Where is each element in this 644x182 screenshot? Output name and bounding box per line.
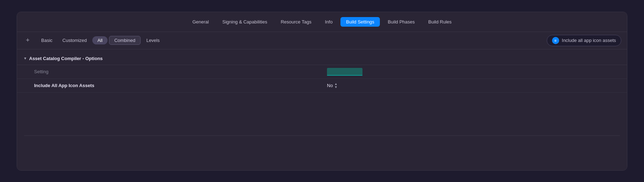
section-header-asset-catalog: ▾ Asset Catalog Compiler - Options <box>17 49 627 65</box>
filter-basic[interactable]: Basic <box>37 36 57 44</box>
tab-resource-tags[interactable]: Resource Tags <box>275 17 317 27</box>
tab-build-settings[interactable]: Build Settings <box>340 17 380 27</box>
search-filter-badge[interactable]: ≡ Include all app icon assets <box>547 35 621 46</box>
table-row-header: Setting <box>17 65 627 79</box>
col-header-name: Setting <box>34 69 327 74</box>
tab-general[interactable]: General <box>187 17 214 27</box>
bottom-divider <box>24 135 620 136</box>
section-title: Asset Catalog Compiler - Options <box>29 56 103 61</box>
tab-build-phases[interactable]: Build Phases <box>382 17 420 27</box>
search-badge-label: Include all app icon assets <box>562 38 616 43</box>
stepper-down-icon[interactable]: ▼ <box>334 86 338 89</box>
col-header-value <box>327 68 620 76</box>
filter-customized[interactable]: Customized <box>58 36 91 44</box>
setting-value-include-icons[interactable]: No ▲ ▼ <box>327 82 620 89</box>
value-stepper[interactable]: ▲ ▼ <box>334 82 338 89</box>
tab-signing[interactable]: Signing & Capabilities <box>217 17 273 27</box>
add-button[interactable]: + <box>23 36 33 46</box>
filter-all[interactable]: All <box>92 36 107 44</box>
table-row-include-icons: Include All App Icon Assets No ▲ ▼ <box>17 79 627 93</box>
filter-icon: ≡ <box>552 37 559 44</box>
tab-build-rules[interactable]: Build Rules <box>422 17 457 27</box>
toolbar: + Basic Customized All Combined Levels ≡… <box>17 32 627 49</box>
xcode-window: General Signing & Capabilities Resource … <box>17 12 627 171</box>
setting-name-include-icons: Include All App Icon Assets <box>34 83 327 88</box>
tab-bar: General Signing & Capabilities Resource … <box>17 12 627 32</box>
filter-levels[interactable]: Levels <box>142 36 164 44</box>
filter-combined[interactable]: Combined <box>109 36 141 45</box>
tab-info[interactable]: Info <box>319 17 338 27</box>
search-input-blurred[interactable] <box>327 68 362 76</box>
settings-table: ▾ Asset Catalog Compiler - Options Setti… <box>17 49 627 136</box>
content-area: ▾ Asset Catalog Compiler - Options Setti… <box>17 49 627 170</box>
empty-space <box>17 93 627 135</box>
section-chevron[interactable]: ▾ <box>24 56 26 61</box>
stepper-arrows[interactable]: ▲ ▼ <box>334 82 338 89</box>
setting-value-text: No <box>327 83 333 88</box>
